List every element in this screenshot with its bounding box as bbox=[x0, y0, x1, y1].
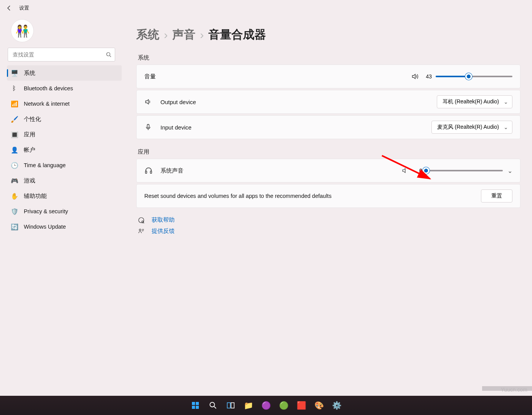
app-volume-value: 0 bbox=[413, 168, 422, 174]
taskbar-search-icon[interactable] bbox=[205, 398, 221, 413]
sidebar-label-7: 游戏 bbox=[24, 177, 35, 184]
user-avatar[interactable]: 👫 bbox=[11, 19, 34, 42]
svg-rect-2 bbox=[145, 171, 147, 173]
input-label: Input device bbox=[160, 124, 192, 131]
reset-button[interactable]: 重置 bbox=[481, 189, 512, 203]
crumb-sound[interactable]: 声音 bbox=[172, 27, 195, 43]
svg-rect-1 bbox=[147, 124, 149, 128]
help-icon bbox=[138, 217, 145, 224]
breadcrumb: 系统 › 声音 › 音量合成器 bbox=[136, 27, 532, 43]
output-selected: 耳机 (Realtek(R) Audio) bbox=[443, 98, 499, 105]
sidebar-label-9: Privacy & security bbox=[24, 208, 68, 214]
sidebar-item-2[interactable]: 📶Network & internet bbox=[7, 96, 122, 111]
section-apps-title: 应用 bbox=[138, 148, 532, 156]
feedback-link[interactable]: 提供反馈 bbox=[152, 227, 175, 235]
crumb-system[interactable]: 系统 bbox=[136, 27, 159, 43]
back-button[interactable] bbox=[6, 5, 12, 11]
system-sounds-label: 系统声音 bbox=[160, 167, 183, 174]
output-dropdown[interactable]: 耳机 (Realtek(R) Audio) ⌄ bbox=[437, 95, 512, 108]
sidebar-label-10: Windows Update bbox=[24, 224, 66, 230]
system-sounds-card: 系统声音 0 ⌄ bbox=[136, 159, 520, 183]
sidebar-icon-7: 🎮 bbox=[11, 177, 18, 184]
chevron-down-icon: ⌄ bbox=[504, 99, 508, 105]
sidebar-item-8[interactable]: ✋辅助功能 bbox=[7, 188, 122, 204]
speaker-icon[interactable] bbox=[411, 73, 420, 80]
volume-card: 音量 43 bbox=[136, 65, 520, 88]
start-button[interactable] bbox=[188, 398, 203, 413]
search-box bbox=[8, 48, 115, 61]
sidebar-item-9[interactable]: 🛡️Privacy & security bbox=[7, 204, 122, 219]
svg-rect-3 bbox=[150, 171, 152, 173]
output-label: Output device bbox=[160, 99, 196, 105]
sidebar-icon-5: 👤 bbox=[11, 146, 18, 154]
svg-rect-11 bbox=[196, 406, 199, 409]
svg-point-6 bbox=[139, 229, 141, 231]
sidebar-icon-8: ✋ bbox=[11, 193, 18, 200]
speaker-muted-icon[interactable] bbox=[401, 167, 410, 174]
volume-slider[interactable] bbox=[436, 76, 512, 77]
taskbar-taskview-icon[interactable] bbox=[223, 398, 238, 413]
sidebar-item-10[interactable]: 🔄Windows Update bbox=[7, 219, 122, 234]
taskbar: 📁 🟣 🟢 🟥 🎨 ⚙️ bbox=[0, 396, 532, 415]
reset-card: Reset sound devices and volumes for all … bbox=[136, 184, 520, 208]
sidebar-label-8: 辅助功能 bbox=[24, 193, 47, 200]
sidebar-label-0: 系统 bbox=[24, 70, 35, 77]
search-icon bbox=[106, 52, 111, 57]
taskbar-chrome-icon[interactable]: 🟢 bbox=[276, 398, 291, 413]
sidebar-icon-6: 🕒 bbox=[11, 162, 18, 169]
headphones-icon bbox=[144, 166, 154, 175]
svg-rect-14 bbox=[231, 403, 234, 408]
sidebar-label-1: Bluetooth & devices bbox=[24, 85, 73, 91]
app-volume-slider[interactable] bbox=[426, 170, 503, 171]
feedback-icon bbox=[138, 228, 145, 235]
sidebar-icon-9: 🛡️ bbox=[11, 208, 18, 215]
sidebar-label-2: Network & internet bbox=[24, 101, 69, 107]
sidebar-label-3: 个性化 bbox=[24, 116, 41, 123]
output-device-card: Output device 耳机 (Realtek(R) Audio) ⌄ bbox=[136, 90, 520, 114]
taskbar-settings-icon[interactable]: ⚙️ bbox=[329, 398, 344, 413]
window-title: 设置 bbox=[19, 5, 29, 12]
sidebar-item-7[interactable]: 🎮游戏 bbox=[7, 173, 122, 188]
sidebar-icon-2: 📶 bbox=[11, 100, 18, 108]
sidebar-label-5: 帐户 bbox=[24, 146, 35, 154]
sidebar-icon-4: 🔳 bbox=[11, 131, 18, 138]
nav-list: 🖥️系统ᛒBluetooth & devices📶Network & inter… bbox=[7, 65, 122, 234]
svg-rect-8 bbox=[192, 402, 195, 405]
sidebar-item-6[interactable]: 🕒Time & language bbox=[7, 158, 122, 173]
sidebar-item-5[interactable]: 👤帐户 bbox=[7, 142, 122, 158]
sidebar-icon-1: ᛒ bbox=[11, 85, 18, 92]
sidebar-item-3[interactable]: 🖌️个性化 bbox=[7, 111, 122, 127]
sidebar-icon-0: 🖥️ bbox=[11, 70, 18, 77]
sidebar-item-0[interactable]: 🖥️系统 bbox=[7, 65, 122, 81]
sidebar-icon-3: 🖌️ bbox=[11, 116, 18, 123]
svg-point-0 bbox=[107, 53, 110, 56]
sidebar: 👫 🖥️系统ᛒBluetooth & devices📶Network & int… bbox=[0, 16, 129, 415]
reset-text: Reset sound devices and volumes for all … bbox=[144, 193, 332, 199]
sidebar-item-4[interactable]: 🔳应用 bbox=[7, 127, 122, 142]
expand-button[interactable]: ⌄ bbox=[507, 167, 512, 174]
chevron-right-icon: › bbox=[164, 28, 168, 42]
taskbar-browser1-icon[interactable]: 🟣 bbox=[258, 398, 274, 413]
input-selected: 麦克风 (Realtek(R) Audio) bbox=[437, 124, 499, 131]
crumb-mixer: 音量合成器 bbox=[208, 27, 266, 43]
input-device-card: Input device 麦克风 (Realtek(R) Audio) ⌄ bbox=[136, 115, 520, 139]
taskbar-paint-icon[interactable]: 🎨 bbox=[311, 398, 327, 413]
sidebar-icon-10: 🔄 bbox=[11, 223, 18, 231]
taskbar-explorer-icon[interactable]: 📁 bbox=[241, 398, 256, 413]
sidebar-label-4: 应用 bbox=[24, 131, 35, 138]
svg-rect-10 bbox=[192, 406, 195, 409]
taskbar-app1-icon[interactable]: 🟥 bbox=[294, 398, 309, 413]
speaker-out-icon bbox=[144, 98, 154, 106]
search-input[interactable] bbox=[8, 48, 115, 61]
sidebar-label-6: Time & language bbox=[24, 162, 66, 168]
microphone-icon bbox=[144, 123, 154, 131]
svg-point-4 bbox=[139, 217, 144, 223]
svg-rect-9 bbox=[196, 402, 199, 405]
watermark: Yuucn.com bbox=[501, 387, 527, 393]
chevron-right-icon: › bbox=[200, 28, 204, 42]
get-help-link[interactable]: 获取帮助 bbox=[152, 216, 175, 224]
sidebar-item-1[interactable]: ᛒBluetooth & devices bbox=[7, 81, 122, 96]
chevron-down-icon: ⌄ bbox=[504, 124, 508, 130]
input-dropdown[interactable]: 麦克风 (Realtek(R) Audio) ⌄ bbox=[431, 121, 512, 134]
svg-point-12 bbox=[210, 402, 215, 407]
